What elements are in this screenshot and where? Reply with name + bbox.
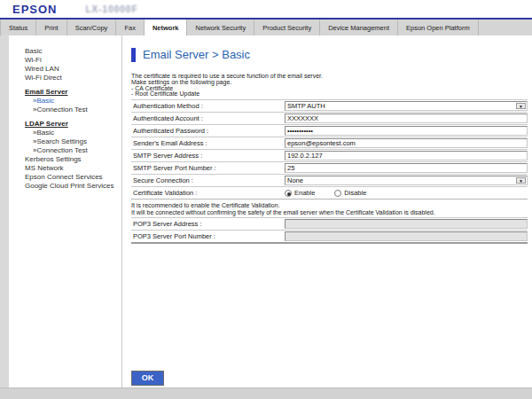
pop3-server-port-number-input	[285, 231, 528, 241]
page-title-wrap: Email Server > Basic	[131, 47, 528, 62]
certificate-validation-note: It is recommended to enable the Certific…	[131, 202, 528, 215]
form-row-authenticated-account: Authenticated Account :	[131, 112, 528, 124]
sidebar-group-ldap-server[interactable]: LDAP Server	[9, 120, 121, 129]
dropdown-arrow-icon[interactable]: ▼	[516, 177, 526, 184]
senders-email-address-input[interactable]	[285, 138, 528, 148]
printer-model-masked: LX-10000F	[86, 4, 138, 14]
form-row-secure-connection: Secure Connection : None ▼	[131, 174, 528, 186]
radio-disable[interactable]	[334, 190, 341, 197]
form-actions: OK	[131, 368, 528, 386]
tab-network[interactable]: Network	[145, 20, 188, 35]
sidebar-nav: Basic Wi-Fi Wired LAN Wi-Fi Direct Email…	[9, 35, 122, 387]
field-label: Authenticated Password :	[131, 127, 285, 135]
note-line: It is recommended to enable the Certific…	[131, 202, 528, 209]
sidebar-item-basic[interactable]: Basic	[9, 47, 121, 56]
tab-scan-copy[interactable]: Scan/Copy	[67, 20, 117, 35]
sidebar-item-email-server-basic[interactable]: »Basic	[9, 97, 121, 106]
authentication-method-select[interactable]: SMTP AUTH ▼	[285, 101, 528, 111]
smtp-server-port-number-input[interactable]	[285, 163, 528, 173]
app-header: EPSON LX-10000F	[0, 0, 532, 18]
form-row-certificate-validation: Certificate Validation : Enable Disable	[131, 186, 528, 199]
description-line: Make settings on the following page.	[131, 80, 528, 86]
tab-network-security[interactable]: Network Security	[187, 20, 254, 35]
tab-print[interactable]: Print	[36, 20, 66, 35]
epson-logo: EPSON	[12, 3, 58, 16]
form-row-pop3-server-address: POP3 Server Address :	[131, 217, 528, 230]
certificate-validation-radio-group: Enable Disable	[285, 189, 386, 197]
form-row-smtp-server-address: SMTP Server Address :	[131, 149, 528, 161]
field-label: Certificate Validation :	[131, 189, 285, 197]
sidebar-item-email-connection-test[interactable]: »Connection Test	[9, 106, 121, 114]
pop3-server-address-input	[285, 219, 528, 229]
sidebar-item-ldap-connection-test[interactable]: »Connection Test	[9, 146, 121, 155]
radio-enable-label: Enable	[294, 189, 315, 197]
description-line: - Root Certificate Update	[131, 91, 528, 98]
sidebar-item-google-cloud-print-services[interactable]: Google Cloud Print Services	[9, 182, 121, 191]
note-line: It will be connected without confirming …	[131, 209, 528, 216]
dropdown-arrow-icon[interactable]: ▼	[516, 103, 526, 109]
radio-enable[interactable]	[285, 190, 292, 197]
sidebar-item-ldap-basic[interactable]: »Basic	[9, 129, 121, 137]
page-title: Email Server > Basic	[143, 48, 250, 61]
field-label: SMTP Server Port Number :	[131, 164, 285, 172]
tab-device-management[interactable]: Device Management	[320, 20, 398, 35]
select-value: None	[287, 176, 303, 184]
smtp-server-address-input[interactable]	[285, 151, 528, 160]
tab-epson-open-platform[interactable]: Epson Open Platform	[398, 20, 479, 35]
sidebar-item-ms-network[interactable]: MS Network	[9, 164, 121, 173]
form-row-senders-email-address: Sender's Email Address :	[131, 137, 528, 149]
sidebar-item-wifi[interactable]: Wi-Fi	[9, 56, 121, 65]
sidebar-item-kerberos-settings[interactable]: Kerberos Settings	[9, 155, 121, 164]
sidebar-item-wired-lan[interactable]: Wired LAN	[9, 65, 121, 74]
field-label: SMTP Server Address :	[131, 152, 285, 160]
form-row-authentication-method: Authentication Method : SMTP AUTH ▼	[131, 99, 528, 112]
sidebar-item-ldap-search-settings[interactable]: »Search Settings	[9, 137, 121, 146]
field-label: Authentication Method :	[131, 102, 285, 110]
ok-button[interactable]: OK	[131, 371, 164, 386]
field-label: Secure Connection :	[131, 176, 285, 184]
sidebar-item-wifi-direct[interactable]: Wi-Fi Direct	[9, 74, 121, 82]
email-server-form: Authentication Method : SMTP AUTH ▼ Auth…	[131, 99, 528, 200]
main-tabbar: Status Print Scan/Copy Fax Network Netwo…	[0, 20, 532, 35]
authenticated-account-input[interactable]	[285, 113, 528, 123]
main-content: Email Server > Basic The certificate is …	[122, 35, 532, 387]
tab-status[interactable]: Status	[0, 20, 36, 35]
tab-fax[interactable]: Fax	[116, 20, 145, 35]
form-row-smtp-server-port-number: SMTP Server Port Number :	[131, 161, 528, 174]
tab-product-security[interactable]: Product Security	[254, 20, 320, 35]
field-label: Sender's Email Address :	[131, 139, 285, 147]
field-label: Authenticated Account :	[131, 114, 285, 122]
form-row-authenticated-password: Authenticated Password :	[131, 124, 528, 137]
title-accent-bar	[131, 48, 136, 62]
field-label: POP3 Server Address :	[131, 220, 285, 228]
sidebar-group-email-server[interactable]: Email Server	[9, 88, 121, 97]
field-label: POP3 Server Port Number :	[131, 232, 285, 240]
sidebar-item-epson-connect-services[interactable]: Epson Connect Services	[9, 173, 121, 182]
authenticated-password-input[interactable]	[285, 126, 528, 136]
content-panel: Basic Wi-Fi Wired LAN Wi-Fi Direct Email…	[9, 35, 532, 387]
page-description: The certificate is required to use a sec…	[131, 74, 528, 98]
pop3-form: POP3 Server Address : POP3 Server Port N…	[131, 217, 528, 244]
select-value: SMTP AUTH	[287, 102, 325, 110]
secure-connection-select[interactable]: None ▼	[285, 176, 528, 185]
form-row-pop3-server-port-number: POP3 Server Port Number :	[131, 230, 528, 242]
radio-disable-label: Disable	[344, 189, 366, 197]
page-footer	[0, 387, 532, 399]
